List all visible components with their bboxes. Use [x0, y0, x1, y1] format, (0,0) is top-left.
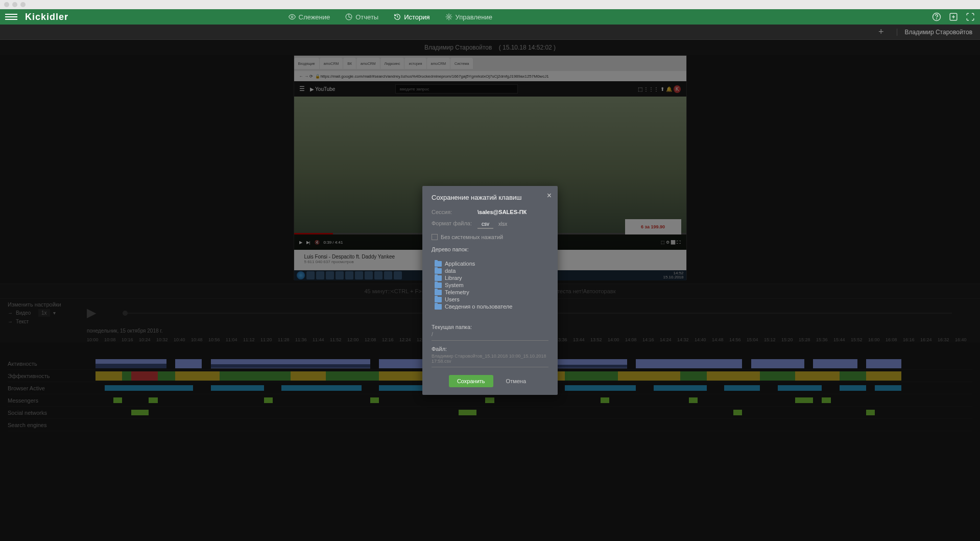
- folder-name: Library: [445, 275, 462, 281]
- tree-label: Дерево папок:: [432, 246, 548, 252]
- svg-point-0: [291, 16, 293, 18]
- app-logo: Kickidler: [25, 12, 68, 22]
- nav-control[interactable]: Управление: [445, 13, 492, 21]
- folder-icon: [435, 261, 442, 267]
- folder-item[interactable]: Telemetry: [432, 289, 548, 296]
- folder-icon: [435, 304, 442, 310]
- no-system-label: Без системных нажатий: [441, 234, 503, 240]
- mac-titlebar: [0, 0, 980, 9]
- folder-name: System: [445, 282, 464, 288]
- folder-item[interactable]: Library: [432, 274, 548, 281]
- session-row: Сессия: \sales@SALES-ПК: [432, 209, 548, 215]
- nav-history[interactable]: История: [394, 13, 429, 21]
- current-folder-value: /: [432, 332, 548, 341]
- folder-name: Users: [445, 296, 460, 302]
- header-nav: Слежение Отчеты История Управление: [289, 13, 492, 21]
- file-label: Файл:: [432, 346, 548, 352]
- svg-point-4: [937, 18, 937, 19]
- current-user: Владимир Старовойтов: [897, 29, 972, 36]
- folder-item[interactable]: System: [432, 281, 548, 289]
- no-system-checkbox-row[interactable]: Без системных нажатий: [432, 234, 548, 240]
- session-label: Сессия:: [432, 209, 477, 215]
- nav-tracking[interactable]: Слежение: [289, 13, 330, 21]
- main-content: Владимир Старовойтов ( 15.10.18 14:52:02…: [0, 40, 980, 541]
- mac-close-btn[interactable]: [4, 2, 9, 7]
- folder-name: data: [445, 268, 456, 274]
- mac-max-btn[interactable]: [20, 2, 26, 7]
- format-label: Формат файла:: [432, 220, 477, 229]
- checkbox-icon[interactable]: [432, 234, 438, 240]
- add-tab-icon[interactable]: +: [878, 27, 884, 37]
- format-xlsx[interactable]: xlsx: [494, 220, 511, 229]
- fullscreen-icon[interactable]: [966, 12, 975, 21]
- folder-icon: [435, 268, 442, 274]
- close-icon[interactable]: ×: [547, 191, 552, 200]
- new-window-icon[interactable]: [949, 12, 958, 21]
- gear-icon: [445, 13, 452, 20]
- format-row: Формат файла: csv xlsx: [432, 220, 548, 229]
- nav-reports[interactable]: Отчеты: [345, 13, 378, 21]
- modal-overlay: × Сохранение нажатий клавиш Сессия: \sal…: [0, 40, 980, 541]
- nav-control-label: Управление: [456, 13, 492, 21]
- app-header: Kickidler Слежение Отчеты История Управл…: [0, 9, 980, 25]
- folder-item[interactable]: data: [432, 267, 548, 274]
- folder-name: Telemetry: [445, 289, 469, 295]
- chart-icon: [345, 13, 352, 20]
- svg-point-2: [448, 16, 450, 18]
- folder-icon: [435, 290, 442, 295]
- history-icon: [394, 13, 401, 20]
- folder-item[interactable]: Сведения о пользователе: [432, 303, 548, 310]
- header-right: [932, 12, 975, 21]
- folder-tree: ApplicationsdataLibrarySystemTelemetryUs…: [432, 257, 548, 319]
- subheader: + Владимир Старовойтов: [0, 25, 980, 40]
- dialog-title: Сохранение нажатий клавиш: [432, 194, 548, 201]
- eye-icon: [289, 13, 296, 20]
- format-toggle: csv xlsx: [477, 220, 511, 229]
- help-icon[interactable]: [932, 12, 941, 21]
- folder-icon: [435, 297, 442, 302]
- folder-name: Сведения о пользователе: [445, 303, 512, 310]
- file-value[interactable]: Владимир Старовойтов_15.10.2018 10:00_15…: [432, 354, 548, 367]
- folder-item[interactable]: Users: [432, 296, 548, 303]
- save-button[interactable]: Сохранить: [449, 375, 493, 387]
- dialog-buttons: Сохранить Отмена: [432, 375, 548, 387]
- nav-tracking-label: Слежение: [299, 13, 330, 21]
- session-value: \sales@SALES-ПК: [477, 209, 527, 215]
- hamburger-icon[interactable]: [5, 11, 17, 23]
- folder-icon: [435, 283, 442, 288]
- cancel-button[interactable]: Отмена: [501, 375, 531, 387]
- folder-item[interactable]: Applications: [432, 260, 548, 267]
- save-keystrokes-dialog: × Сохранение нажатий клавиш Сессия: \sal…: [422, 186, 558, 395]
- mac-min-btn[interactable]: [12, 2, 17, 7]
- nav-history-label: История: [404, 13, 429, 21]
- format-csv[interactable]: csv: [477, 220, 493, 229]
- folder-icon: [435, 275, 442, 281]
- current-folder-label: Текущая папка:: [432, 324, 548, 330]
- nav-reports-label: Отчеты: [355, 13, 378, 21]
- folder-name: Applications: [445, 261, 475, 267]
